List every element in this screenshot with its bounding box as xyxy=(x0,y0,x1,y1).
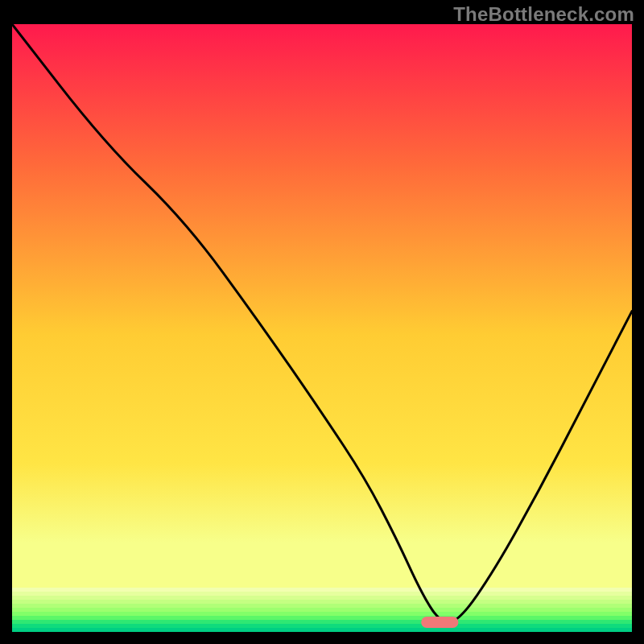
gradient-background xyxy=(12,24,632,588)
plot-area xyxy=(12,24,632,632)
svg-rect-10 xyxy=(12,628,632,632)
watermark-label: TheBottleneck.com xyxy=(453,3,634,26)
optimal-marker xyxy=(421,617,458,628)
chart-container: TheBottleneck.com xyxy=(0,0,644,644)
green-band xyxy=(12,588,632,632)
plot-svg xyxy=(12,24,632,632)
